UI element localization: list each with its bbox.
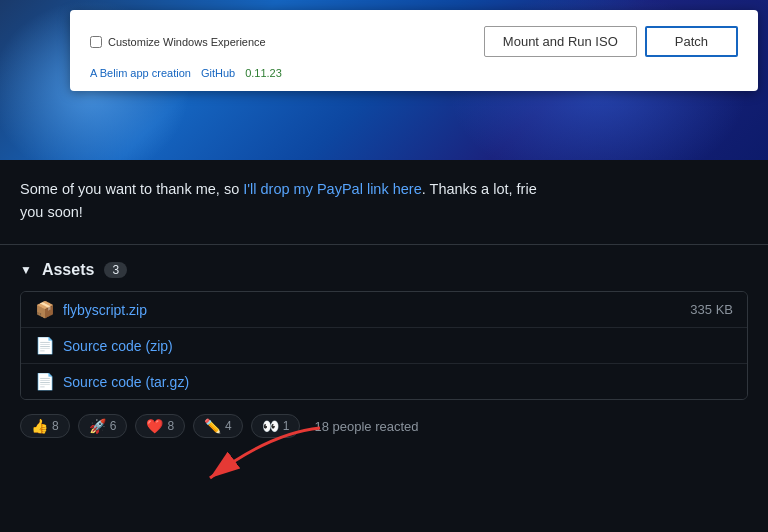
reaction-rocket[interactable]: 🚀 6 [78,414,128,438]
pencil-count: 4 [225,419,232,433]
assets-count-badge: 3 [104,262,127,278]
people-reacted-text: 18 people reacted [314,419,418,434]
reaction-thumbsup[interactable]: 👍 8 [20,414,70,438]
screenshot-area: Customize Windows Experience Mount and R… [0,0,768,160]
rocket-emoji: 🚀 [89,418,106,434]
asset-item-zip[interactable]: 📦 flybyscript.zip 335 KB [21,292,747,328]
zip-file-icon: 📦 [35,300,55,319]
button-group: Mount and Run ISO Patch [484,26,738,57]
thank-you-paragraph: Some of you want to thank me, so I'll dr… [20,178,748,224]
customize-label: Customize Windows Experience [108,36,266,48]
asset-item-source-tar[interactable]: 📄 Source code (tar.gz) [21,364,747,399]
assets-header: ▼ Assets 3 [20,261,748,279]
app-window: Customize Windows Experience Mount and R… [70,10,758,91]
paypal-link[interactable]: I'll drop my PayPal link here [243,181,421,197]
heart-emoji: ❤️ [146,418,163,434]
source-code-zip-link[interactable]: Source code (zip) [63,338,173,354]
eyes-count: 1 [283,419,290,433]
thumbsup-emoji: 👍 [31,418,48,434]
assets-title: Assets [42,261,94,279]
zip-file-size: 335 KB [690,302,733,317]
reaction-eyes[interactable]: 👀 1 [251,414,301,438]
reaction-pencil[interactable]: ✏️ 4 [193,414,243,438]
assets-section: ▼ Assets 3 📦 flybyscript.zip 335 KB [20,245,748,452]
customize-checkbox[interactable] [90,36,102,48]
flybyscript-zip-link[interactable]: flybyscript.zip [63,302,147,318]
belim-link[interactable]: A Belim app creation [90,67,191,79]
asset-list: 📦 flybyscript.zip 335 KB 📄 Source code (… [20,291,748,400]
content-area: Some of you want to thank me, so I'll dr… [0,160,768,452]
thank-you-text-after: . Thanks a lot, frie [422,181,537,197]
mount-run-iso-button[interactable]: Mount and Run ISO [484,26,637,57]
thank-you-text-before: Some of you want to thank me, so [20,181,243,197]
collapse-triangle-icon[interactable]: ▼ [20,263,32,277]
source-zip-icon: 📄 [35,336,55,355]
reaction-heart[interactable]: ❤️ 8 [135,414,185,438]
github-link[interactable]: GitHub [201,67,235,79]
patch-button[interactable]: Patch [645,26,738,57]
source-tar-icon: 📄 [35,372,55,391]
reactions-bar: 👍 8 🚀 6 ❤️ 8 ✏️ 4 👀 1 18 people reacted [20,400,748,452]
rocket-count: 6 [110,419,117,433]
thumbsup-count: 8 [52,419,59,433]
heart-count: 8 [167,419,174,433]
eyes-emoji: 👀 [262,418,279,434]
pencil-emoji: ✏️ [204,418,221,434]
thank-you-text-end: you soon! [20,204,83,220]
customize-checkbox-label[interactable]: Customize Windows Experience [90,36,266,48]
version-text: 0.11.23 [245,67,282,79]
source-code-tar-link[interactable]: Source code (tar.gz) [63,374,189,390]
asset-item-source-zip[interactable]: 📄 Source code (zip) [21,328,747,364]
